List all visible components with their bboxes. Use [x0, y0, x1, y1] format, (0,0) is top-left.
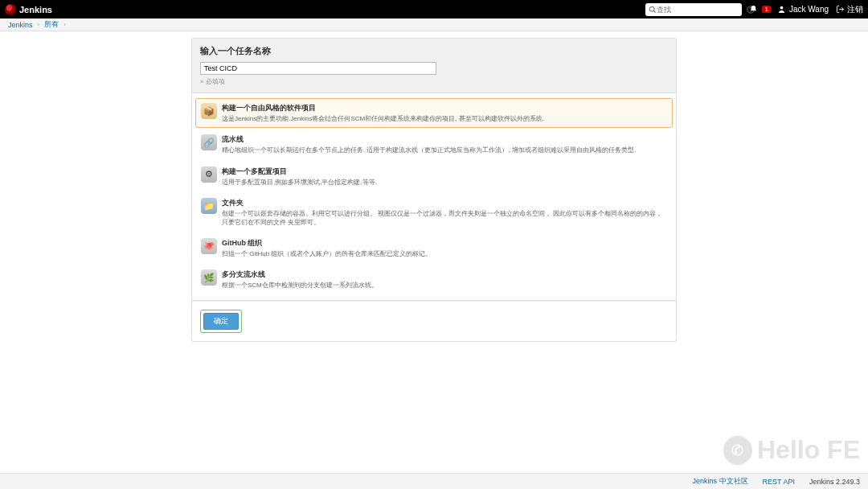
type-title: 构建一个自由风格的软件项目: [222, 103, 667, 113]
submit-panel: 确定: [191, 301, 677, 342]
type-github-org[interactable]: 🐙 GitHub 组织 扫描一个 GitHub 组织（或者个人账户）的所有仓库来…: [195, 233, 673, 263]
username: Jack Wang: [789, 5, 829, 14]
pipeline-icon: 🔗: [201, 134, 217, 150]
github-icon: 🐙: [201, 238, 217, 254]
footer-community-link[interactable]: Jenkins 中文社区: [693, 476, 748, 487]
name-panel: 输入一个任务名称 » 必填项: [191, 38, 677, 93]
type-title: 多分支流水线: [222, 269, 667, 280]
breadcrumb-jenkins[interactable]: Jenkins: [8, 21, 33, 29]
type-desc: 创建一个可以嵌套存储的容器。利用它可以进行分组。 视图仅仅是一个过滤器，而文件夹…: [222, 210, 667, 227]
breadcrumb: Jenkins › 所有 ›: [0, 18, 868, 31]
logo-text: Jenkins: [19, 5, 52, 14]
type-desc: 适用于多配置项目,例如多环境测试,平台指定构建,等等.: [222, 179, 667, 187]
multibranch-icon: 🌿: [201, 269, 217, 286]
footer-rest-link[interactable]: REST API: [763, 478, 795, 486]
type-multiconfig[interactable]: ⚙ 构建一个多配置项目 适用于多配置项目,例如多环境测试,平台指定构建,等等.: [195, 162, 673, 191]
type-title: 构建一个多配置项目: [222, 166, 667, 177]
svg-point-0: [650, 6, 655, 11]
panel-title: 输入一个任务名称: [200, 45, 668, 57]
logout-button[interactable]: 注销: [835, 4, 863, 15]
logo[interactable]: Jenkins: [5, 4, 52, 15]
bell-icon: [748, 5, 758, 14]
search-icon: [649, 5, 657, 14]
type-pipeline[interactable]: 🔗 流水线 精心地组织一个可以长期运行在多个节点上的任务. 适用于构建流水线（更…: [195, 129, 673, 159]
footer-version: Jenkins 2.249.3: [809, 478, 860, 486]
notification-badge: 1: [762, 6, 770, 13]
type-folder[interactable]: 📁 文件夹 创建一个可以嵌套存储的容器。利用它可以进行分组。 视图仅仅是一个过滤…: [195, 193, 673, 232]
notifications[interactable]: 1: [748, 5, 770, 14]
breadcrumb-all[interactable]: 所有: [44, 19, 59, 30]
required-hint: » 必填项: [200, 77, 668, 86]
freestyle-icon: 📦: [201, 103, 217, 119]
type-desc: 这是Jenkins的主要功能.Jenkins将会结合任何SCM和任何构建系统来构…: [222, 115, 667, 123]
item-type-list: 📦 构建一个自由风格的软件项目 这是Jenkins的主要功能.Jenkins将会…: [191, 93, 677, 301]
svg-point-4: [780, 6, 784, 10]
type-desc: 根据一个SCM仓库中检测到的分支创建一系列流水线。: [222, 281, 667, 290]
item-name-input[interactable]: [200, 62, 436, 75]
watermark: ✆ Hello FE: [723, 435, 860, 465]
user-menu[interactable]: Jack Wang: [777, 5, 829, 14]
type-title: 文件夹: [222, 198, 667, 208]
top-bar: Jenkins 1 Jack Wang: [0, 0, 868, 18]
main-content: 输入一个任务名称 » 必填项 📦 构建一个自由风格的软件项目 这是Jenkins…: [0, 31, 868, 342]
multiconfig-icon: ⚙: [201, 166, 217, 183]
search-input[interactable]: [657, 6, 747, 14]
wechat-icon: ✆: [723, 436, 752, 465]
page-footer: Jenkins 中文社区 REST API Jenkins 2.249.3: [0, 473, 868, 489]
logout-label: 注销: [847, 4, 863, 15]
type-freestyle[interactable]: 📦 构建一个自由风格的软件项目 这是Jenkins的主要功能.Jenkins将会…: [195, 98, 673, 128]
ok-button[interactable]: 确定: [203, 313, 239, 330]
type-desc: 扫描一个 GitHub 组织（或者个人账户）的所有仓库来匹配已定义的标记。: [222, 250, 667, 258]
jenkins-logo-icon: [5, 4, 16, 15]
type-desc: 精心地组织一个可以长期运行在多个节点上的任务. 适用于构建流水线（更加正式地应当…: [222, 146, 667, 154]
watermark-text: Hello FE: [757, 435, 860, 465]
user-icon: [777, 5, 787, 14]
chevron-right-icon: ›: [63, 21, 66, 28]
ok-button-highlight: 确定: [200, 310, 242, 333]
type-title: GitHub 组织: [222, 238, 667, 249]
chevron-right-icon: ›: [38, 21, 40, 28]
search-box[interactable]: [645, 3, 742, 16]
svg-line-1: [654, 10, 657, 13]
type-title: 流水线: [222, 134, 667, 145]
folder-icon: 📁: [201, 198, 217, 214]
logout-icon: [835, 5, 845, 14]
type-multibranch[interactable]: 🌿 多分支流水线 根据一个SCM仓库中检测到的分支创建一系列流水线。: [195, 265, 673, 294]
